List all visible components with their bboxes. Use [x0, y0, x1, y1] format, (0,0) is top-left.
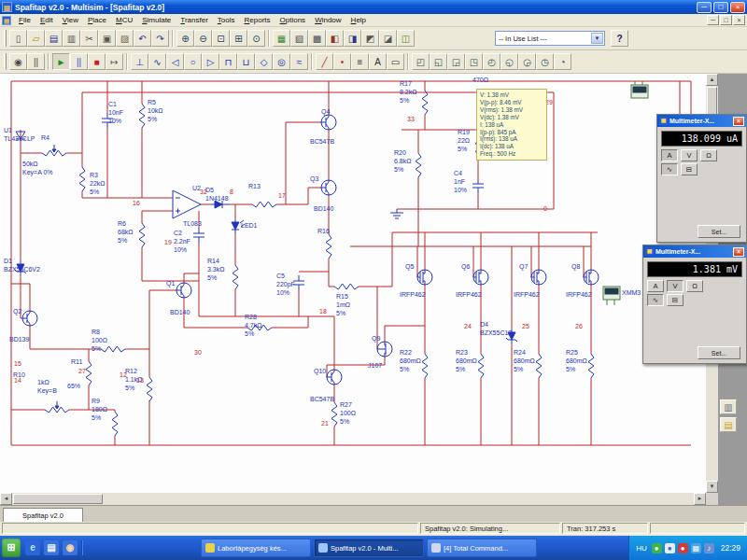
multimeter-window-2[interactable]: ▦ Multimeter-X... × 1.381 mV AVΩ ∿⊟ Set.… [642, 245, 747, 364]
bode-plotter-icon[interactable]: ◴ [483, 53, 500, 70]
messenger-tray-icon[interactable]: ● [678, 543, 688, 553]
volume-tray-icon[interactable]: ♪ [704, 543, 714, 553]
titlebar[interactable]: ▦ Spafitap v2.0 - Multisim - [Spafitap v… [0, 0, 747, 14]
multimeter-mode-button[interactable]: ∿ [647, 294, 664, 306]
component-label[interactable]: XMM3 [622, 289, 641, 296]
component-label[interactable]: BD139 [9, 336, 30, 343]
cut-icon[interactable]: ✂ [80, 30, 98, 47]
component-label[interactable]: Q6 [461, 263, 470, 271]
component-label[interactable]: IRFP462 [514, 291, 540, 298]
network-tray-icon[interactable]: ▦ [691, 543, 701, 553]
multimeter-mode-button[interactable]: A [661, 149, 678, 161]
place-diode-icon[interactable]: ◁ [166, 53, 184, 70]
design-toolbox-icon[interactable]: ▦ [273, 30, 290, 47]
menu-edit[interactable]: Edit [35, 16, 58, 24]
open-icon[interactable]: ▱ [27, 30, 45, 47]
component-label[interactable]: Q5 [405, 263, 414, 271]
copy-icon[interactable]: ▣ [98, 30, 116, 47]
zoom-full-icon[interactable]: ⊙ [247, 30, 265, 47]
component-label[interactable]: IRFP462 [400, 291, 426, 298]
run-switch-icon[interactable]: ◉ [9, 53, 27, 70]
menu-window[interactable]: Window [310, 16, 345, 24]
component-label[interactable]: Q10 [314, 368, 326, 375]
place-rf-icon[interactable]: ≈ [290, 53, 308, 70]
label-tool-icon[interactable]: ▤ [720, 417, 737, 432]
menu-file[interactable]: File [14, 16, 35, 24]
component-label[interactable]: R11 [71, 358, 82, 365]
menu-place[interactable]: Place [83, 16, 111, 24]
menu-view[interactable]: View [58, 16, 83, 24]
component-label[interactable]: 470Ω [472, 77, 488, 83]
save-icon[interactable]: ▤ [45, 30, 63, 47]
scroll-up-icon[interactable]: ▲ [706, 74, 718, 86]
spreadsheet-view-icon[interactable]: ▩ [308, 30, 326, 47]
component-label[interactable]: BC547B [310, 138, 334, 145]
component-label[interactable]: Q9 [372, 335, 380, 343]
multimeter-mode-button[interactable]: ⊟ [681, 163, 698, 175]
component-label[interactable]: BD140 [314, 205, 334, 212]
minimize-button[interactable]: ─ [697, 2, 712, 13]
multimeter-mode-button[interactable]: A [647, 280, 664, 292]
component-label[interactable]: Q2 [13, 308, 21, 315]
start-button[interactable]: ⊞ [2, 539, 21, 557]
description-box-tool-icon[interactable]: ▥ [720, 399, 737, 414]
taskbar-clock[interactable]: 22:29 [721, 543, 740, 553]
menu-transfer[interactable]: Transfer [176, 16, 213, 24]
place-misc-icon[interactable]: ◇ [255, 53, 273, 70]
zoom-out-icon[interactable]: ⊖ [194, 30, 212, 47]
place-text-icon[interactable]: A [369, 53, 387, 70]
pause-icon[interactable]: || [70, 53, 88, 70]
distortion-analyzer-icon[interactable]: ◔ [554, 53, 571, 70]
component-label[interactable]: Q1 [166, 280, 175, 287]
mdi-minimize-button[interactable]: ─ [707, 15, 719, 25]
scroll-left-icon[interactable]: ◄ [0, 493, 12, 505]
help-button[interactable]: ? [611, 30, 628, 47]
place-junction-icon[interactable]: • [333, 53, 351, 70]
place-analog-icon[interactable]: ▷ [202, 53, 219, 70]
horizontal-scrollbar[interactable]: ◄ ► [0, 493, 706, 505]
component-label[interactable]: TL083 [183, 220, 202, 227]
maximize-button[interactable]: □ [713, 2, 728, 13]
menu-mcu[interactable]: MCU [111, 16, 137, 24]
multimeter-set-button[interactable]: Set... [698, 346, 740, 359]
place-comment-icon[interactable]: ▭ [387, 53, 404, 70]
ie-quicklaunch-icon[interactable]: e [25, 540, 40, 555]
menu-simulate[interactable]: Simulate [137, 16, 176, 24]
component-label[interactable]: Q3 [310, 175, 318, 183]
erc-check-icon[interactable]: ◧ [326, 30, 344, 47]
component-label[interactable]: BD140 [170, 309, 190, 315]
multimeter-titlebar[interactable]: ▦ Multimeter-X... × [657, 115, 746, 127]
redo-icon[interactable]: ↷ [151, 30, 169, 47]
multimeter-instrument-icon[interactable]: ◰ [412, 53, 430, 70]
component-label[interactable]: Q7 [519, 263, 528, 271]
schematic-canvas[interactable]: U1TL431CLPR450kΩKey=A 0%R322kΩ5%C110nF10… [0, 74, 706, 493]
grapher-icon[interactable]: ◨ [344, 30, 361, 47]
dropdown-arrow-icon[interactable]: ▼ [591, 33, 603, 44]
media-player-quicklaunch-icon[interactable]: ◉ [63, 540, 78, 555]
multimeter-close-button[interactable]: × [733, 117, 744, 126]
menu-options[interactable]: Options [275, 16, 311, 24]
zoom-in-icon[interactable]: ⊕ [176, 30, 194, 47]
multimeter-mode-button[interactable]: V [681, 149, 698, 161]
print-icon[interactable]: ▥ [63, 30, 80, 47]
close-button[interactable]: × [730, 2, 745, 13]
component-label[interactable]: R16 [317, 228, 330, 234]
step-icon[interactable]: ↦ [106, 53, 123, 70]
breadboard-icon[interactable]: ◫ [397, 30, 415, 47]
place-wire-icon[interactable]: ╱ [316, 53, 333, 70]
scroll-down-icon[interactable]: ▼ [706, 481, 718, 493]
word-generator-icon[interactable]: ◵ [500, 53, 518, 70]
multimeter-mode-button[interactable]: ∿ [661, 163, 678, 175]
zoom-fit-icon[interactable]: ⊞ [230, 30, 247, 47]
component-label[interactable]: IRFP462 [566, 291, 592, 298]
database-manager-icon[interactable]: ▧ [290, 30, 308, 47]
place-cmos-icon[interactable]: ⊔ [237, 53, 255, 70]
spectrum-analyzer-icon[interactable]: ◷ [536, 53, 554, 70]
multimeter-window-1[interactable]: ▦ Multimeter-X... × 138.099 uA AVΩ ∿⊟ Se… [656, 114, 747, 243]
horizontal-scroll-thumb[interactable] [13, 494, 103, 504]
hierarchy-icon[interactable]: ◪ [379, 30, 397, 47]
language-indicator[interactable]: HU [636, 544, 647, 553]
component-label[interactable]: R13 [248, 183, 261, 189]
stop-icon[interactable]: ■ [88, 53, 106, 70]
component-label[interactable]: 65% [67, 383, 80, 389]
